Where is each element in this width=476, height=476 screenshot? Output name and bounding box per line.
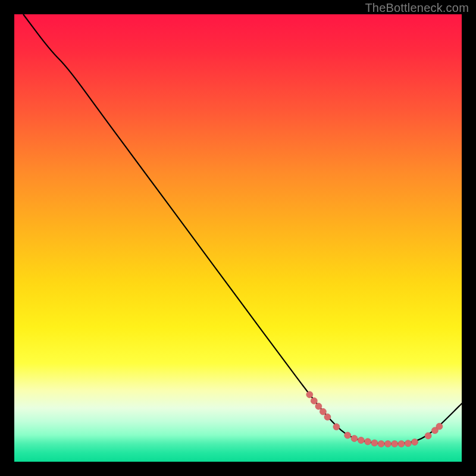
marker-dot <box>345 432 351 439</box>
marker-dot <box>384 440 391 447</box>
marker-dot <box>378 440 384 447</box>
marker-dot <box>412 439 418 445</box>
watermark-text: TheBottleneck.com <box>365 1 469 15</box>
marker-dot <box>324 414 331 420</box>
marker-dot <box>306 392 313 398</box>
marker-dot <box>436 423 443 430</box>
marker-dot <box>351 435 358 441</box>
marker-dot <box>398 440 405 447</box>
marker-dot <box>333 424 340 430</box>
bottleneck-curve <box>23 14 462 444</box>
marker-dot <box>371 440 378 446</box>
marker-dot <box>365 439 371 445</box>
outer-frame: TheBottleneck.com <box>0 0 476 476</box>
marker-dot <box>320 408 326 415</box>
marker-dot <box>358 437 364 443</box>
marker-dot <box>315 403 322 409</box>
chart-svg <box>14 14 462 462</box>
plot-area <box>14 14 462 462</box>
marker-dot <box>425 433 431 439</box>
marker-dot <box>311 397 317 404</box>
marker-dot <box>405 440 411 447</box>
marker-dot <box>392 440 398 447</box>
